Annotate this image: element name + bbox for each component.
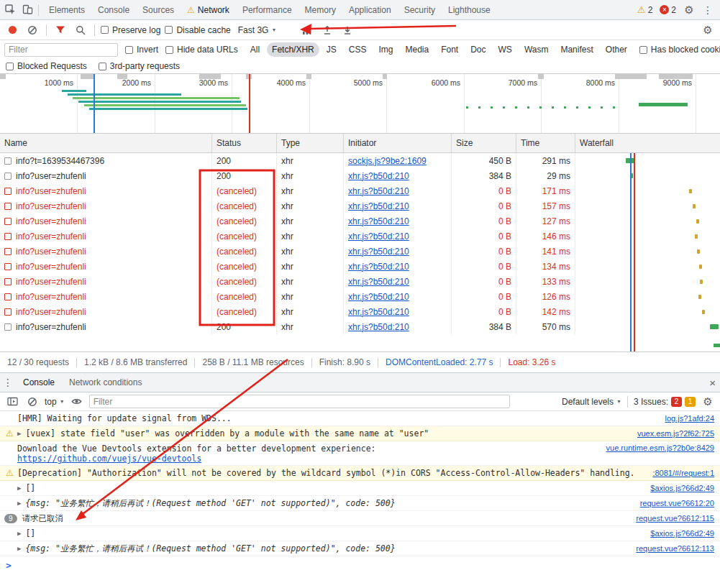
console-sidebar-icon[interactable] (4, 394, 20, 410)
column-header-type[interactable]: Type (277, 134, 344, 152)
tab-security[interactable]: Security (398, 0, 442, 19)
request-checkbox[interactable] (4, 203, 12, 210)
request-initiator-link[interactable]: xhr.js?b50d:210 (348, 186, 409, 196)
table-row[interactable]: info?user=zhufenli (canceled) xhr xhr.js… (0, 259, 720, 274)
pill-media[interactable]: Media (400, 42, 434, 57)
source-link[interactable]: vue.runtime.esm.js?2b0e:8429 (596, 444, 714, 452)
console-filter-input[interactable] (89, 395, 510, 408)
source-link[interactable]: :8081/#/request:1 (642, 469, 714, 477)
pill-manifest[interactable]: Manifest (555, 42, 598, 57)
table-row[interactable]: info?t=1639534467396 200 xhr sockjs.js?9… (0, 153, 720, 168)
pill-wasm[interactable]: Wasm (519, 42, 554, 57)
console-warning-message[interactable]: ⚠ ▶ [vuex] state field "user" was overri… (0, 426, 720, 441)
column-header-name[interactable]: Name (0, 134, 212, 152)
device-toolbar-icon[interactable] (19, 2, 35, 18)
request-initiator-link[interactable]: xhr.js?b50d:210 (348, 171, 409, 181)
request-initiator-link[interactable]: xhr.js?b50d:210 (348, 262, 409, 272)
table-row[interactable]: info?user=zhufenli (canceled) xhr xhr.js… (0, 213, 720, 229)
table-row[interactable]: info?user=zhufenli 200 xhr xhr.js?b50d:2… (0, 168, 720, 183)
search-icon[interactable] (73, 22, 88, 38)
source-link[interactable]: request.vue?6612:20 (630, 499, 714, 507)
inspect-element-icon[interactable] (2, 2, 18, 18)
source-link[interactable]: request.vue?6612:113 (626, 544, 714, 553)
drawer-menu-icon[interactable]: ⋮ (0, 375, 16, 390)
pill-doc[interactable]: Doc (465, 42, 491, 57)
disable-cache-checkbox[interactable]: Disable cache (165, 25, 230, 35)
request-checkbox[interactable] (4, 278, 12, 285)
tab-network[interactable]: ⚠ Network (181, 0, 236, 19)
console-message[interactable]: Download the Vue Devtools extension for … (0, 441, 720, 466)
invert-checkbox[interactable]: Invert (125, 45, 158, 55)
network-conditions-icon[interactable] (299, 22, 315, 38)
pill-all[interactable]: All (245, 42, 265, 57)
console-message[interactable]: ▶ {msg: "业务繁忙，请稍后再试！(Request method 'GET… (0, 541, 720, 556)
drawer-tab-console[interactable]: Console (16, 373, 62, 392)
pill-js[interactable]: JS (322, 42, 342, 57)
console-message[interactable]: 9 请求已取消 request.vue?6612:115 (0, 511, 720, 526)
pill-font[interactable]: Font (436, 42, 463, 57)
record-network-log-icon[interactable] (4, 22, 20, 38)
request-initiator-link[interactable]: xhr.js?b50d:210 (348, 216, 409, 226)
column-header-waterfall[interactable]: Waterfall (575, 134, 720, 152)
settings-gear-icon[interactable]: ⚙ (681, 2, 697, 18)
expand-triangle-icon[interactable]: ▶ (17, 545, 21, 552)
source-link[interactable]: log.js?1afd:24 (655, 414, 715, 423)
drawer-tab-network-conditions[interactable]: Network conditions (62, 373, 149, 392)
table-row[interactable]: info?user=zhufenli (canceled) xhr xhr.js… (0, 183, 720, 198)
column-header-size[interactable]: Size (452, 134, 516, 152)
pill-ws[interactable]: WS (493, 42, 517, 57)
expand-triangle-icon[interactable]: ▶ (17, 530, 21, 537)
issues-counter[interactable]: 3 Issues: 2 1 (634, 397, 696, 407)
request-initiator-link[interactable]: xhr.js?b50d:210 (348, 247, 409, 257)
console-message[interactable]: ▶ [] $axios.js?66d2:49 (0, 526, 720, 541)
live-expression-eye-icon[interactable] (69, 394, 85, 410)
network-overview-timeline[interactable]: 1000 ms 2000 ms 3000 ms 4000 ms 5000 ms … (0, 74, 720, 134)
network-filter-input[interactable] (4, 43, 118, 57)
pill-other[interactable]: Other (601, 42, 632, 57)
request-checkbox[interactable] (4, 188, 12, 195)
clear-console-icon[interactable] (24, 394, 40, 410)
source-link[interactable]: request.vue?6612:115 (626, 514, 714, 523)
request-initiator-link[interactable]: xhr.js?b50d:210 (348, 322, 409, 332)
request-initiator-link[interactable]: xhr.js?b50d:210 (348, 201, 409, 211)
console-message[interactable]: ▶ [] $axios.js?66d2:49 (0, 481, 720, 496)
request-initiator-link[interactable]: xhr.js?b50d:210 (348, 292, 409, 302)
request-initiator-link[interactable]: xhr.js?b50d:210 (348, 307, 409, 317)
column-header-initiator[interactable]: Initiator (344, 134, 452, 152)
column-header-time[interactable]: Time (516, 134, 575, 152)
source-link[interactable]: vuex.esm.js?2f62:725 (627, 429, 714, 438)
import-har-icon[interactable] (319, 22, 335, 38)
console-message[interactable]: ▶ {msg: "业务繁忙，请稍后再试！(Request method 'GET… (0, 496, 720, 511)
request-checkbox[interactable] (4, 233, 12, 240)
close-drawer-icon[interactable]: × (709, 377, 716, 389)
table-row[interactable]: info?user=zhufenli 200 xhr xhr.js?b50d:2… (0, 319, 720, 334)
request-checkbox[interactable] (4, 293, 12, 300)
pill-css[interactable]: CSS (344, 42, 372, 57)
table-row[interactable]: info?user=zhufenli (canceled) xhr xhr.js… (0, 244, 720, 259)
hide-data-urls-checkbox[interactable]: Hide data URLs (165, 45, 238, 55)
pill-fetch-xhr[interactable]: Fetch/XHR (267, 42, 319, 57)
preserve-log-checkbox[interactable]: Preserve log (101, 25, 160, 35)
expand-triangle-icon[interactable]: ▶ (17, 430, 21, 437)
console-message[interactable]: [HMR] Waiting for update signal from WDS… (0, 411, 720, 426)
table-row[interactable]: info?user=zhufenli (canceled) xhr xhr.js… (0, 304, 720, 319)
console-settings-gear-icon[interactable]: ⚙ (700, 394, 716, 410)
tab-console[interactable]: Console (91, 0, 136, 19)
tab-performance[interactable]: Performance (236, 0, 299, 19)
request-checkbox[interactable] (4, 263, 12, 270)
table-row[interactable]: info?user=zhufenli (canceled) xhr xhr.js… (0, 229, 720, 244)
request-checkbox[interactable] (4, 218, 12, 225)
clear-network-icon[interactable] (24, 22, 40, 38)
blocked-requests-checkbox[interactable]: Blocked Requests (6, 61, 87, 71)
tab-application[interactable]: Application (342, 0, 398, 19)
source-link[interactable]: $axios.js?66d2:49 (640, 529, 714, 538)
request-initiator-link[interactable]: sockjs.js?9be2:1609 (348, 156, 427, 166)
console-warning-message[interactable]: ⚠ [Deprecation] "Authorization" will not… (0, 466, 720, 481)
request-checkbox[interactable] (4, 248, 12, 255)
console-prompt[interactable]: > (0, 556, 720, 571)
errors-count-badge[interactable]: × 2 (657, 5, 678, 15)
request-checkbox[interactable] (4, 157, 12, 165)
export-har-icon[interactable] (340, 22, 355, 38)
log-levels-dropdown[interactable]: Default levels ▼ (562, 397, 621, 407)
network-settings-gear-icon[interactable]: ⚙ (700, 22, 716, 38)
